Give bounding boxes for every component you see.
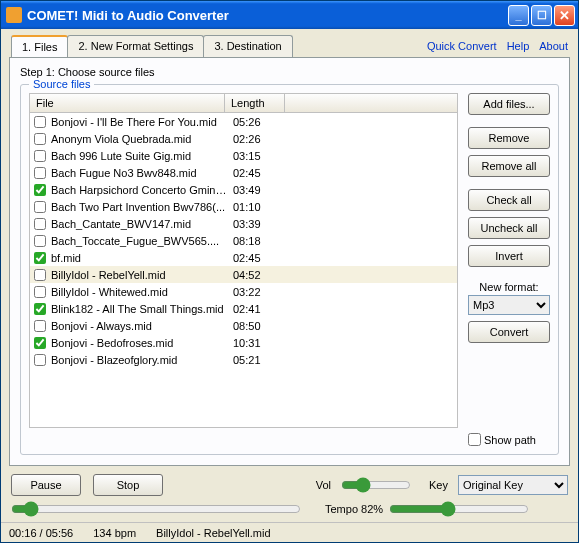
table-row[interactable]: Bonjovi - Blazeofglory.mid05:21	[30, 351, 457, 368]
playback-controls: Pause Stop Vol Key Original Key	[1, 472, 578, 498]
table-row[interactable]: Bach_Cantate_BWV147.mid03:39	[30, 215, 457, 232]
close-button[interactable]: ✕	[554, 5, 575, 26]
about-link[interactable]: About	[539, 40, 568, 52]
file-name: Blink182 - All The Small Things.mid	[51, 303, 227, 315]
file-length: 02:41	[227, 303, 287, 315]
row-checkbox[interactable]	[34, 201, 46, 213]
table-row[interactable]: Bach_Toccate_Fugue_BWV565....08:18	[30, 232, 457, 249]
pause-button[interactable]: Pause	[11, 474, 81, 496]
row-checkbox[interactable]	[34, 218, 46, 230]
file-length: 03:15	[227, 150, 287, 162]
file-length: 05:26	[227, 116, 287, 128]
status-bpm: 134 bpm	[93, 527, 136, 539]
add-files-button[interactable]: Add files...	[468, 93, 550, 115]
file-name: Anonym Viola Quebrada.mid	[51, 133, 227, 145]
table-row[interactable]: Blink182 - All The Small Things.mid02:41	[30, 300, 457, 317]
table-row[interactable]: Bach Fugue No3 Bwv848.mid02:45	[30, 164, 457, 181]
row-checkbox[interactable]	[34, 116, 46, 128]
tab-1[interactable]: 2. New Format Settings	[67, 35, 204, 57]
tab-panel-files: Step 1: Choose source files Source files…	[9, 57, 570, 466]
table-row[interactable]: BillyIdol - Whitewed.mid03:22	[30, 283, 457, 300]
seek-slider[interactable]	[11, 500, 301, 518]
row-checkbox[interactable]	[34, 150, 46, 162]
file-length: 10:31	[227, 337, 287, 349]
table-row[interactable]: Bonjovi - I'll Be There For You.mid05:26	[30, 113, 457, 130]
remove-button[interactable]: Remove	[468, 127, 550, 149]
table-row[interactable]: Bonjovi - Always.mid08:50	[30, 317, 457, 334]
new-format-label: New format:	[468, 281, 550, 293]
file-length: 02:45	[227, 167, 287, 179]
status-file: BillyIdol - RebelYell.mid	[156, 527, 271, 539]
column-header-length[interactable]: Length	[225, 94, 285, 112]
key-label: Key	[429, 479, 448, 491]
list-header: File Length	[29, 93, 458, 113]
convert-button[interactable]: Convert	[468, 321, 550, 343]
file-length: 03:22	[227, 286, 287, 298]
remove-all-button[interactable]: Remove all	[468, 155, 550, 177]
file-length: 03:49	[227, 184, 287, 196]
status-bar: 00:16 / 05:56 134 bpm BillyIdol - RebelY…	[1, 522, 578, 542]
file-name: Bach Fugue No3 Bwv848.mid	[51, 167, 227, 179]
format-select[interactable]: Mp3	[468, 295, 550, 315]
table-row[interactable]: BillyIdol - RebelYell.mid04:52	[30, 266, 457, 283]
key-select[interactable]: Original Key	[458, 475, 568, 495]
table-row[interactable]: Bonjovi - Bedofroses.mid10:31	[30, 334, 457, 351]
file-name: Bach_Cantate_BWV147.mid	[51, 218, 227, 230]
table-row[interactable]: bf.mid02:45	[30, 249, 457, 266]
tempo-slider[interactable]	[389, 500, 529, 518]
file-length: 03:39	[227, 218, 287, 230]
show-path-checkbox[interactable]: Show path	[468, 433, 550, 446]
file-name: bf.mid	[51, 252, 227, 264]
table-row[interactable]: Bach 996 Lute Suite Gig.mid03:15	[30, 147, 457, 164]
uncheck-all-button[interactable]: Uncheck all	[468, 217, 550, 239]
row-checkbox[interactable]	[34, 269, 46, 281]
table-row[interactable]: Bach Two Part Invention Bwv786(...01:10	[30, 198, 457, 215]
volume-label: Vol	[316, 479, 331, 491]
file-length: 01:10	[227, 201, 287, 213]
window-title: COMET! Midi to Audio Converter	[27, 8, 508, 23]
tab-0[interactable]: 1. Files	[11, 35, 68, 57]
file-name: Bach Harpsichord Concerto Gmino...	[51, 184, 227, 196]
quick-convert-link[interactable]: Quick Convert	[427, 40, 497, 52]
row-checkbox[interactable]	[34, 133, 46, 145]
table-row[interactable]: Bach Harpsichord Concerto Gmino...03:49	[30, 181, 457, 198]
row-checkbox[interactable]	[34, 235, 46, 247]
row-checkbox[interactable]	[34, 320, 46, 332]
app-window: COMET! Midi to Audio Converter _ ☐ ✕ 1. …	[0, 0, 579, 543]
help-link[interactable]: Help	[507, 40, 530, 52]
row-checkbox[interactable]	[34, 354, 46, 366]
check-all-button[interactable]: Check all	[468, 189, 550, 211]
stop-button[interactable]: Stop	[93, 474, 163, 496]
row-checkbox[interactable]	[34, 303, 46, 315]
step-label: Step 1: Choose source files	[20, 66, 559, 78]
file-name: BillyIdol - RebelYell.mid	[51, 269, 227, 281]
side-buttons: Add files... Remove Remove all Check all…	[468, 93, 550, 446]
file-length: 04:52	[227, 269, 287, 281]
file-name: Bach 996 Lute Suite Gig.mid	[51, 150, 227, 162]
file-length: 02:45	[227, 252, 287, 264]
file-name: Bonjovi - Always.mid	[51, 320, 227, 332]
source-files-group: Source files File Length Bonjovi - I'll …	[20, 84, 559, 455]
maximize-button[interactable]: ☐	[531, 5, 552, 26]
file-name: Bonjovi - Bedofroses.mid	[51, 337, 227, 349]
file-name: Bonjovi - I'll Be There For You.mid	[51, 116, 227, 128]
row-checkbox[interactable]	[34, 286, 46, 298]
file-list[interactable]: Bonjovi - I'll Be There For You.mid05:26…	[29, 113, 458, 428]
row-checkbox[interactable]	[34, 167, 46, 179]
table-row[interactable]: Anonym Viola Quebrada.mid02:26	[30, 130, 457, 147]
status-time: 00:16 / 05:56	[9, 527, 73, 539]
minimize-button[interactable]: _	[508, 5, 529, 26]
row-checkbox[interactable]	[34, 184, 46, 196]
file-name: Bonjovi - Blazeofglory.mid	[51, 354, 227, 366]
column-header-file[interactable]: File	[30, 94, 225, 112]
file-length: 02:26	[227, 133, 287, 145]
file-length: 05:21	[227, 354, 287, 366]
tempo-row: Tempo 82%	[1, 498, 578, 522]
tab-2[interactable]: 3. Destination	[203, 35, 292, 57]
row-checkbox[interactable]	[34, 337, 46, 349]
file-length: 08:50	[227, 320, 287, 332]
row-checkbox[interactable]	[34, 252, 46, 264]
file-length: 08:18	[227, 235, 287, 247]
invert-button[interactable]: Invert	[468, 245, 550, 267]
volume-slider[interactable]	[341, 476, 411, 494]
